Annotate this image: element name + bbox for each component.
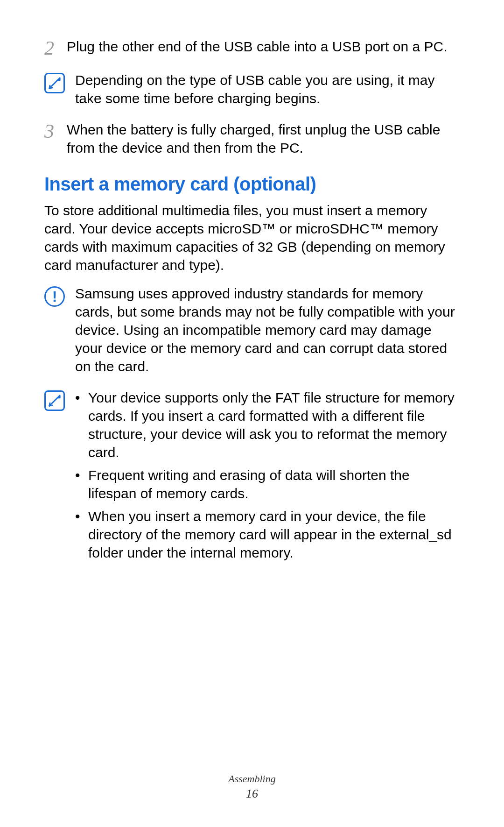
note-icon-box xyxy=(44,71,67,93)
note-memory-details: Your device supports only the FAT file s… xyxy=(44,389,460,566)
footer-page-number: 16 xyxy=(0,787,504,801)
page-footer: Assembling 16 xyxy=(0,773,504,801)
caution-icon: ! xyxy=(44,286,65,307)
heading-insert-memory-card: Insert a memory card (optional) xyxy=(44,174,460,195)
caution-icon-box: ! xyxy=(44,284,67,307)
intro-paragraph: To store additional multimedia files, yo… xyxy=(44,201,460,274)
note-icon-box-2 xyxy=(44,389,67,411)
note-usb-charging: Depending on the type of USB cable you a… xyxy=(44,71,460,107)
step-text-2: Plug the other end of the USB cable into… xyxy=(67,37,460,56)
caution-text: Samsung uses approved industry standards… xyxy=(67,284,460,375)
caution-memory-compatibility: ! Samsung uses approved industry standar… xyxy=(44,284,460,375)
step-number-3: 3 xyxy=(44,120,67,141)
bullet-external-sd: When you insert a memory card in your de… xyxy=(75,507,460,562)
bullet-lifespan: Frequent writing and erasing of data wil… xyxy=(75,466,460,502)
step-2: 2 Plug the other end of the USB cable in… xyxy=(44,37,460,58)
step-number-2: 2 xyxy=(44,37,67,58)
note-icon xyxy=(44,390,65,411)
note-memory-list: Your device supports only the FAT file s… xyxy=(67,389,460,566)
note-usb-text: Depending on the type of USB cable you a… xyxy=(67,71,460,107)
step-3: 3 When the battery is fully charged, fir… xyxy=(44,120,460,157)
step-text-3: When the battery is fully charged, first… xyxy=(67,120,460,157)
bullet-fat-structure: Your device supports only the FAT file s… xyxy=(75,389,460,461)
footer-section-name: Assembling xyxy=(0,773,504,785)
note-icon xyxy=(44,73,65,93)
